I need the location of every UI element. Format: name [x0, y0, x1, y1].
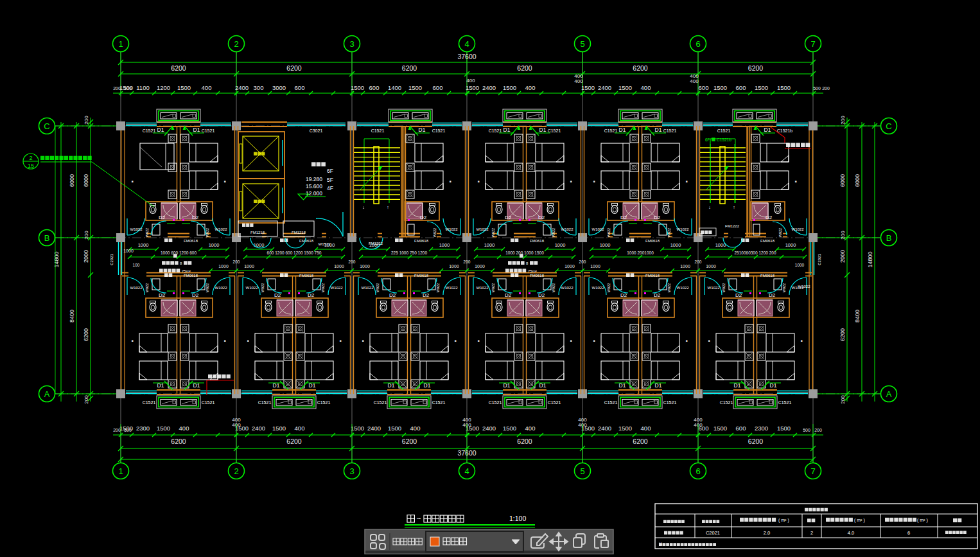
svg-text:2: 2 [810, 530, 813, 536]
svg-text:C1521: C1521 [604, 128, 618, 133]
svg-text:■: ■ [800, 339, 802, 342]
svg-text:( m² ): ( m² ) [854, 518, 865, 523]
svg-text:1500: 1500 [777, 425, 791, 432]
svg-text:400: 400 [202, 84, 212, 91]
svg-text:1000: 1000 [590, 264, 600, 269]
svg-text:■: ■ [685, 339, 687, 342]
svg-text:C1521: C1521 [432, 400, 446, 405]
svg-text:W922: W922 [433, 228, 437, 237]
svg-text:1: 1 [118, 39, 123, 49]
svg-text:A: A [886, 389, 892, 399]
svg-text:FM0618: FM0618 [760, 239, 775, 243]
svg-text:6200: 6200 [402, 438, 417, 445]
svg-text:6200: 6200 [286, 64, 302, 72]
svg-text:D2: D2 [159, 292, 166, 298]
svg-text:D2: D2 [192, 292, 199, 298]
svg-text:D1: D1 [539, 127, 547, 133]
svg-text:C1521: C1521 [604, 400, 618, 405]
svg-text:W922: W922 [321, 283, 325, 292]
svg-text:■: ■ [477, 179, 479, 183]
svg-text:2400: 2400 [252, 425, 265, 432]
svg-text:200: 200 [349, 260, 356, 264]
svg-text:1000: 1000 [209, 242, 220, 248]
svg-text:FM1222: FM1222 [369, 242, 383, 245]
svg-text:C1521: C1521 [720, 400, 733, 405]
svg-text:■: ■ [449, 179, 451, 183]
svg-text:1000: 1000 [123, 249, 134, 253]
svg-text:225 1000 750 1200: 225 1000 750 1200 [391, 251, 427, 255]
svg-text:200: 200 [83, 231, 89, 240]
svg-text:D2: D2 [308, 292, 315, 298]
svg-text:FM1218: FM1218 [292, 231, 306, 234]
svg-text:6000: 6000 [83, 174, 89, 187]
svg-text:6F: 6F [327, 168, 333, 174]
svg-text:1400: 1400 [388, 84, 401, 91]
svg-text:C1521b: C1521b [777, 128, 793, 133]
svg-text:500: 500 [124, 86, 132, 91]
svg-text:D2: D2 [505, 215, 512, 220]
svg-text:2: 2 [29, 155, 32, 161]
svg-text:75m²: 75m² [528, 269, 537, 273]
svg-text:200: 200 [579, 260, 586, 264]
svg-text:200: 200 [840, 231, 846, 240]
svg-text:1500: 1500 [351, 84, 364, 91]
svg-text:2: 2 [234, 39, 238, 49]
svg-text:D2: D2 [274, 292, 281, 298]
svg-text:■: ■ [570, 179, 572, 183]
svg-text:3: 3 [349, 39, 354, 49]
svg-text:■: ■ [362, 339, 363, 342]
svg-text:C1521: C1521 [143, 400, 156, 405]
svg-text:2400: 2400 [598, 84, 611, 91]
svg-text:400: 400 [574, 78, 583, 84]
svg-text:W922: W922 [552, 228, 556, 237]
svg-text:W1022: W1022 [130, 227, 143, 231]
svg-text:W1522: W1522 [318, 242, 331, 246]
svg-text:6200: 6200 [839, 328, 846, 341]
svg-text:15.600: 15.600 [306, 183, 322, 190]
svg-text:C1521: C1521 [432, 128, 446, 133]
svg-text:200: 200 [840, 116, 846, 125]
svg-text:~: ~ [416, 514, 421, 523]
svg-text:400: 400 [410, 425, 421, 432]
svg-text:W922: W922 [145, 228, 149, 237]
svg-text:W1022: W1022 [676, 286, 689, 290]
svg-text:1500: 1500 [503, 84, 516, 91]
svg-text:6200: 6200 [633, 438, 648, 445]
svg-text:6: 6 [907, 530, 910, 536]
svg-text:6200: 6200 [171, 438, 186, 445]
svg-text:W1022: W1022 [361, 286, 374, 290]
svg-text:1500: 1500 [157, 425, 170, 432]
svg-text:3000: 3000 [272, 84, 286, 91]
svg-text:FM1218: FM1218 [250, 231, 265, 234]
svg-text:5F: 5F [327, 177, 333, 183]
svg-text:( m² ): ( m² ) [778, 518, 789, 523]
svg-text:2300: 2300 [755, 425, 768, 432]
svg-text:W922: W922 [491, 283, 495, 292]
svg-text:■: ■ [247, 339, 249, 342]
svg-text:FM0618: FM0618 [645, 239, 660, 243]
svg-text:1500: 1500 [777, 84, 791, 91]
svg-text:1000: 1000 [334, 264, 344, 269]
svg-text:■: ■ [223, 339, 225, 342]
svg-text:1500: 1500 [408, 84, 422, 91]
svg-text:D1: D1 [655, 127, 662, 133]
svg-text:■: ■ [454, 339, 456, 342]
svg-text:B: B [44, 233, 50, 243]
svg-text:D2: D2 [389, 292, 396, 298]
svg-text:1000: 1000 [555, 242, 566, 248]
svg-text:■: ■ [794, 179, 796, 183]
svg-text:1000: 1000 [138, 242, 149, 248]
svg-text:C1521: C1521 [202, 128, 215, 133]
svg-text:■: ■ [131, 339, 133, 342]
svg-text:D2: D2 [766, 215, 773, 220]
svg-text:200: 200 [113, 86, 121, 91]
svg-text:1500: 1500 [713, 425, 727, 432]
svg-text:2.0: 2.0 [764, 530, 770, 536]
svg-text:6000: 6000 [69, 174, 75, 187]
svg-text:600: 600 [433, 84, 443, 91]
svg-text:200: 200 [840, 395, 846, 404]
svg-text:1500: 1500 [466, 84, 479, 91]
svg-text:C3021: C3021 [310, 128, 323, 133]
svg-text:W922: W922 [667, 283, 671, 292]
svg-text:2400: 2400 [598, 425, 611, 432]
